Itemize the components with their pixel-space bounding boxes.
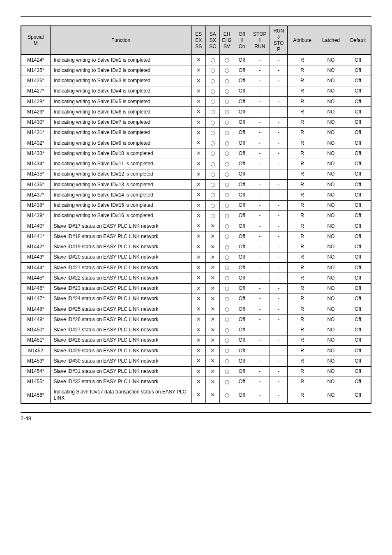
cell-run: - xyxy=(270,283,288,294)
cell-fn: Slave ID#26 status on EASY PLC LINK netw… xyxy=(50,314,191,325)
table-row: M1437*Indicating writing to Salve ID#14 … xyxy=(21,190,371,200)
cell-m: M1442* xyxy=(21,242,50,252)
cell-sa: ✕ xyxy=(205,242,219,252)
cell-m: M1445* xyxy=(21,273,50,283)
cell-lat: NO xyxy=(317,325,345,335)
cell-run: - xyxy=(270,97,288,107)
cell-es: ✕ xyxy=(191,148,205,159)
cell-run: - xyxy=(270,346,288,356)
cell-fn: Indicating writing to Salve ID#16 is com… xyxy=(50,210,191,221)
table-row: M1448*Slave ID#25 status on EASY PLC LIN… xyxy=(21,304,371,314)
cell-es: ✕ xyxy=(191,200,205,210)
cell-run: - xyxy=(270,335,288,345)
cell-def: Off xyxy=(345,210,371,221)
cell-def: Off xyxy=(345,76,371,86)
cell-attr: R xyxy=(288,325,317,335)
cell-def: Off xyxy=(345,97,371,107)
cell-lat: NO xyxy=(317,65,345,76)
cell-fn: Slave ID#31 status on EASY PLC LINK netw… xyxy=(50,366,191,377)
cell-sa: ✕ xyxy=(205,346,219,356)
cell-fn: Indicating writing to Salve ID#15 is com… xyxy=(50,200,191,210)
cell-m: M1427* xyxy=(21,86,50,96)
cell-stop: - xyxy=(250,169,270,179)
table-row: M1446*Slave ID#23 status on EASY PLC LIN… xyxy=(21,283,371,294)
cell-es: ✕ xyxy=(191,221,205,231)
cell-m: M1453* xyxy=(21,356,50,366)
table-row: M1451*Slave ID#28 status on EASY PLC LIN… xyxy=(21,335,371,345)
cell-fn: Slave ID#22 status on EASY PLC LINK netw… xyxy=(50,273,191,283)
cell-run: - xyxy=(270,263,288,273)
cell-off: Off xyxy=(234,283,250,294)
cell-attr: R xyxy=(288,210,317,221)
cell-def: Off xyxy=(345,294,371,304)
cell-es: ✕ xyxy=(191,231,205,242)
table-row: M1454*Slave ID#31 status on EASY PLC LIN… xyxy=(21,366,371,377)
cell-attr: R xyxy=(288,190,317,200)
table-row: M1432*Indicating writing to Salve ID#9 i… xyxy=(21,138,371,148)
cell-fn: Indicating writing to Salve ID#12 is com… xyxy=(50,169,191,179)
table-row: M1455*Slave ID#32 status on EASY PLC LIN… xyxy=(21,377,371,387)
table-row: M1430*Indicating writing to Salve ID#7 i… xyxy=(21,117,371,127)
cell-fn: Slave ID#25 status on EASY PLC LINK netw… xyxy=(50,304,191,314)
cell-off: Off xyxy=(234,159,250,169)
th-sa: SA SX SC xyxy=(205,26,219,55)
cell-def: Off xyxy=(345,200,371,210)
cell-lat: NO xyxy=(317,76,345,86)
cell-es: ✕ xyxy=(191,107,205,117)
cell-lat: NO xyxy=(317,356,345,366)
cell-off: Off xyxy=(234,127,250,138)
cell-fn: Slave ID#23 status on EASY PLC LINK netw… xyxy=(50,283,191,294)
cell-run: - xyxy=(270,304,288,314)
cell-es: ✕ xyxy=(191,138,205,148)
cell-eh: ○ xyxy=(220,210,234,221)
cell-m: M1436* xyxy=(21,180,50,190)
cell-off: Off xyxy=(234,314,250,325)
cell-fn: Indicating writing to Salve ID#13 is com… xyxy=(50,180,191,190)
cell-run: - xyxy=(270,55,288,65)
cell-off: Off xyxy=(234,55,250,65)
cell-attr: R xyxy=(288,294,317,304)
cell-es: ✕ xyxy=(191,377,205,387)
cell-run: - xyxy=(270,65,288,76)
cell-stop: - xyxy=(250,366,270,377)
cell-m: M1429* xyxy=(21,107,50,117)
cell-lat: NO xyxy=(317,231,345,242)
cell-eh: ○ xyxy=(220,325,234,335)
cell-es: ✕ xyxy=(191,159,205,169)
cell-attr: R xyxy=(288,127,317,138)
cell-attr: R xyxy=(288,304,317,314)
cell-es: ✕ xyxy=(191,387,205,404)
cell-def: Off xyxy=(345,117,371,127)
cell-m: M1455* xyxy=(21,377,50,387)
cell-fn: Indicating writing to Salve ID#8 is comp… xyxy=(50,127,191,138)
cell-stop: - xyxy=(250,314,270,325)
cell-attr: R xyxy=(288,55,317,65)
cell-off: Off xyxy=(234,169,250,179)
cell-attr: R xyxy=(288,159,317,169)
cell-sa: ✕ xyxy=(205,252,219,262)
cell-m: M1438* xyxy=(21,200,50,210)
cell-run: - xyxy=(270,366,288,377)
cell-off: Off xyxy=(234,107,250,117)
cell-sa: ○ xyxy=(205,76,219,86)
cell-es: ✕ xyxy=(191,252,205,262)
table-row: M1445*Slave ID#22 status on EASY PLC LIN… xyxy=(21,273,371,283)
cell-def: Off xyxy=(345,314,371,325)
cell-es: ✕ xyxy=(191,335,205,345)
cell-eh: ○ xyxy=(220,169,234,179)
cell-eh: ○ xyxy=(220,221,234,231)
cell-lat: NO xyxy=(317,117,345,127)
cell-attr: R xyxy=(288,263,317,273)
cell-def: Off xyxy=(345,273,371,283)
cell-lat: NO xyxy=(317,86,345,96)
cell-m: M1425* xyxy=(21,65,50,76)
cell-run: - xyxy=(270,200,288,210)
cell-def: Off xyxy=(345,55,371,65)
table-row: M1433*Indicating writing to Salve ID#10 … xyxy=(21,148,371,159)
cell-eh: ○ xyxy=(220,387,234,404)
cell-stop: - xyxy=(250,325,270,335)
cell-fn: Slave ID#30 status on EASY PLC LINK netw… xyxy=(50,356,191,366)
cell-eh: ○ xyxy=(220,314,234,325)
cell-lat: NO xyxy=(317,180,345,190)
cell-lat: NO xyxy=(317,148,345,159)
